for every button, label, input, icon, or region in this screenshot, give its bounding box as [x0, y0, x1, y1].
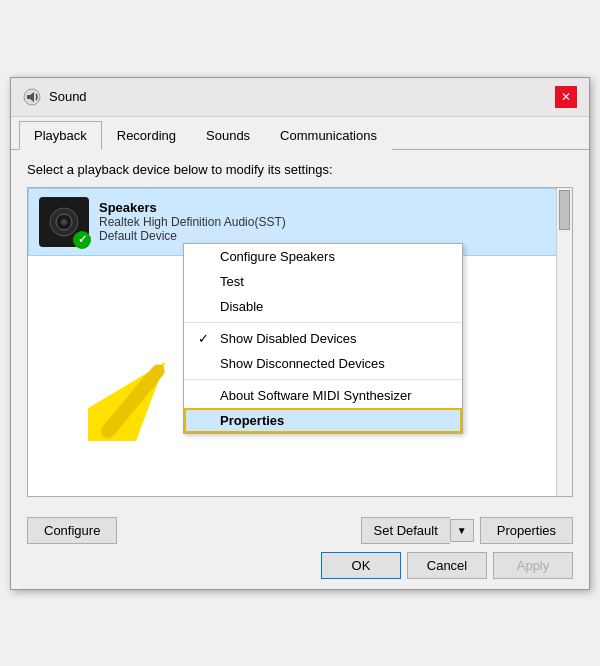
- content-area: Select a playback device below to modify…: [11, 150, 589, 509]
- device-icon-wrapper: ✓: [39, 197, 89, 247]
- menu-item-show-disabled[interactable]: Show Disabled Devices: [184, 326, 462, 351]
- sound-dialog: Sound ✕ Playback Recording Sounds Commun…: [10, 77, 590, 590]
- device-status: Default Device: [99, 229, 561, 243]
- cancel-button[interactable]: Cancel: [407, 552, 487, 579]
- title-bar-left: Sound: [23, 88, 87, 106]
- arrow-overlay: [88, 351, 188, 444]
- scrollbar[interactable]: [556, 188, 572, 496]
- set-default-button[interactable]: Set Default: [361, 517, 450, 544]
- bottom-buttons-row2: OK Cancel Apply: [27, 552, 573, 579]
- menu-separator-1: [184, 322, 462, 323]
- menu-item-test[interactable]: Test: [184, 269, 462, 294]
- tab-communications[interactable]: Communications: [265, 121, 392, 150]
- set-default-dropdown[interactable]: ▼: [450, 519, 474, 542]
- set-default-group: Set Default ▼: [361, 517, 474, 544]
- sound-icon: [23, 88, 41, 106]
- menu-item-properties[interactable]: Properties: [184, 408, 462, 433]
- menu-item-show-disconnected[interactable]: Show Disconnected Devices: [184, 351, 462, 376]
- default-checkmark: ✓: [73, 231, 91, 249]
- device-name: Speakers: [99, 200, 561, 215]
- bottom-section: Configure Set Default ▼ Properties OK Ca…: [11, 509, 589, 589]
- device-info: Speakers Realtek High Definition Audio(S…: [99, 200, 561, 243]
- tab-sounds[interactable]: Sounds: [191, 121, 265, 150]
- ok-button[interactable]: OK: [321, 552, 401, 579]
- window-title: Sound: [49, 89, 87, 104]
- menu-item-about-midi[interactable]: About Software MIDI Synthesizer: [184, 383, 462, 408]
- properties-button[interactable]: Properties: [480, 517, 573, 544]
- bottom-buttons-row1: Configure Set Default ▼ Properties: [27, 517, 573, 544]
- menu-separator-2: [184, 379, 462, 380]
- arrow-icon: [88, 351, 188, 441]
- menu-item-configure-speakers[interactable]: Configure Speakers: [184, 244, 462, 269]
- tab-recording[interactable]: Recording: [102, 121, 191, 150]
- right-buttons-group: Set Default ▼ Properties: [361, 517, 573, 544]
- tab-bar: Playback Recording Sounds Communications: [11, 121, 589, 150]
- device-desc: Realtek High Definition Audio(SST): [99, 215, 561, 229]
- context-menu: Configure Speakers Test Disable Show Dis…: [183, 243, 463, 434]
- title-bar: Sound ✕: [11, 78, 589, 117]
- scrollbar-thumb[interactable]: [559, 190, 570, 230]
- apply-button[interactable]: Apply: [493, 552, 573, 579]
- svg-point-4: [61, 219, 67, 225]
- instruction-text: Select a playback device below to modify…: [27, 162, 573, 177]
- menu-item-disable[interactable]: Disable: [184, 294, 462, 319]
- tab-playback[interactable]: Playback: [19, 121, 102, 150]
- close-button[interactable]: ✕: [555, 86, 577, 108]
- device-list[interactable]: ✓ Speakers Realtek High Definition Audio…: [27, 187, 573, 497]
- configure-button[interactable]: Configure: [27, 517, 117, 544]
